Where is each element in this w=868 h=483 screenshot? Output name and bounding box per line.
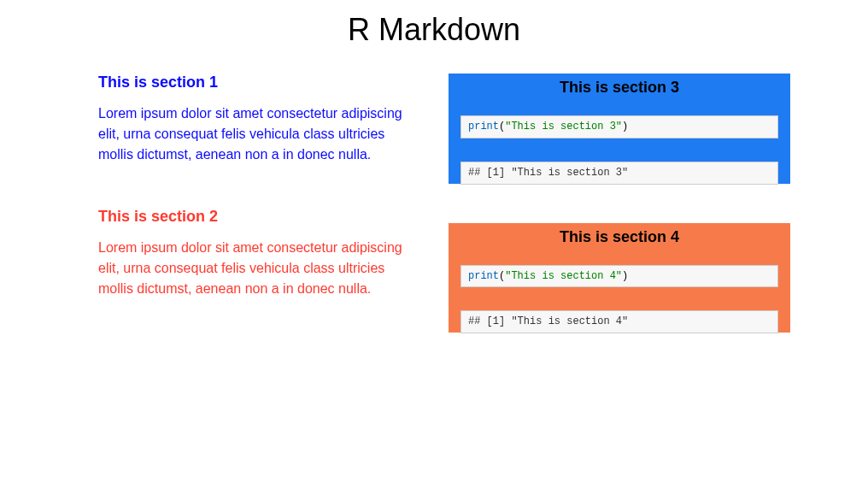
section-3-code: print("This is section 3") — [460, 115, 778, 138]
output-value: "This is section 4" — [511, 315, 628, 327]
section-4-code: print("This is section 4") — [460, 265, 778, 288]
section-4-heading: This is section 4 — [460, 228, 778, 246]
section-1-body: Lorem ipsum dolor sit amet consectetur a… — [98, 103, 423, 165]
code-string: "This is section 3" — [505, 121, 622, 133]
output-prefix: ## [1] — [468, 167, 511, 179]
section-1-heading: This is section 1 — [98, 74, 423, 91]
section-3-heading: This is section 3 — [460, 79, 778, 97]
code-keyword: print — [468, 121, 499, 133]
section-3: This is section 3 print("This is section… — [449, 74, 790, 184]
output-prefix: ## [1] — [468, 315, 511, 327]
left-column: This is section 1 Lorem ipsum dolor sit … — [98, 74, 423, 372]
section-2-heading: This is section 2 — [98, 208, 423, 226]
section-3-output: ## [1] "This is section 3" — [460, 162, 778, 185]
code-keyword: print — [468, 270, 499, 282]
code-paren: ) — [622, 270, 628, 282]
section-4: This is section 4 print("This is section… — [449, 223, 790, 333]
section-2-body: Lorem ipsum dolor sit amet consectetur a… — [98, 238, 423, 299]
code-string: "This is section 4" — [505, 270, 622, 282]
section-4-output: ## [1] "This is section 4" — [460, 310, 778, 333]
section-1: This is section 1 Lorem ipsum dolor sit … — [98, 74, 423, 165]
content-columns: This is section 1 Lorem ipsum dolor sit … — [0, 74, 868, 372]
section-2: This is section 2 Lorem ipsum dolor sit … — [98, 208, 423, 299]
page-title: R Markdown — [0, 0, 868, 74]
output-value: "This is section 3" — [511, 167, 628, 179]
code-paren: ) — [622, 121, 628, 133]
right-column: This is section 3 print("This is section… — [449, 74, 790, 372]
